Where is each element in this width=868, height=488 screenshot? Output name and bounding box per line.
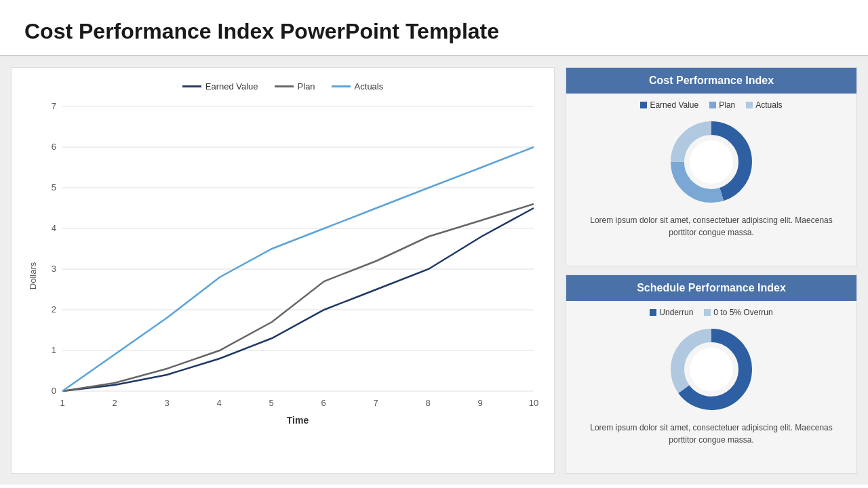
spi-panel-header: Schedule Performance Index bbox=[566, 275, 856, 301]
spi-legend-underrun: Underrun bbox=[650, 308, 693, 317]
legend-earned-value: Earned Value bbox=[182, 81, 258, 92]
spi-legend-overrun: 0 to 5% Overrun bbox=[704, 308, 772, 317]
spi-donut-chart bbox=[667, 325, 755, 413]
legend-label-plan: Plan bbox=[298, 81, 315, 92]
legend-label-actuals: Actuals bbox=[355, 81, 384, 92]
legend-actuals: Actuals bbox=[332, 81, 384, 92]
legend-label-earned: Earned Value bbox=[205, 81, 258, 92]
svg-text:2: 2 bbox=[112, 398, 117, 408]
cpi-legend-dot-earned bbox=[640, 102, 647, 108]
cpi-panel-body: Earned Value Plan Actuals bbox=[566, 94, 856, 247]
svg-text:4: 4 bbox=[216, 398, 221, 408]
legend-line-earned bbox=[182, 85, 201, 87]
legend-line-actuals bbox=[332, 85, 351, 87]
spi-legend-dot-underrun bbox=[650, 309, 656, 316]
svg-text:9: 9 bbox=[477, 398, 482, 408]
spi-legend-label-underrun: Underrun bbox=[659, 308, 693, 317]
cpi-description: Lorem ipsum dolor sit amet, consectetuer… bbox=[577, 214, 846, 239]
svg-text:6: 6 bbox=[321, 398, 326, 408]
svg-text:3: 3 bbox=[52, 264, 56, 274]
svg-text:0: 0 bbox=[52, 386, 56, 396]
cpi-legend-actuals: Actuals bbox=[746, 100, 782, 110]
spi-donut-legend: Underrun 0 to 5% Overrun bbox=[650, 308, 772, 317]
svg-text:10: 10 bbox=[529, 398, 538, 408]
chart-svg-container: Dollars 0 1 2 3 4 bbox=[25, 100, 540, 451]
legend-line-plan bbox=[275, 85, 294, 87]
svg-text:Time: Time bbox=[287, 415, 309, 426]
line-chart-panel: Earned Value Plan Actuals Dollars bbox=[11, 67, 555, 474]
svg-text:5: 5 bbox=[52, 182, 56, 192]
cpi-legend-earned: Earned Value bbox=[640, 100, 698, 110]
cpi-legend-plan: Plan bbox=[709, 100, 735, 110]
spi-legend-dot-overrun bbox=[704, 309, 711, 316]
svg-point-34 bbox=[690, 348, 733, 391]
chart-svg: Dollars 0 1 2 3 4 bbox=[25, 100, 540, 432]
page-header: Cost Performance Index PowerPoint Templa… bbox=[0, 0, 868, 55]
cpi-legend-dot-plan bbox=[709, 102, 716, 108]
svg-text:4: 4 bbox=[52, 223, 56, 233]
spi-legend-label-overrun: 0 to 5% Overrun bbox=[713, 308, 772, 317]
svg-text:5: 5 bbox=[269, 398, 273, 408]
svg-text:7: 7 bbox=[52, 101, 56, 111]
main-content: Earned Value Plan Actuals Dollars bbox=[0, 56, 868, 485]
spi-description: Lorem ipsum dolor sit amet, consectetuer… bbox=[577, 422, 846, 446]
spi-panel-body: Underrun 0 to 5% Overrun bbox=[566, 301, 856, 454]
svg-text:2: 2 bbox=[52, 304, 56, 314]
cpi-legend-label-actuals: Actuals bbox=[755, 100, 782, 110]
line-plan bbox=[62, 204, 534, 391]
svg-text:8: 8 bbox=[425, 398, 430, 408]
cpi-legend-label-plan: Plan bbox=[719, 100, 735, 110]
legend-plan: Plan bbox=[275, 81, 315, 92]
cpi-legend-dot-actuals bbox=[746, 102, 753, 108]
cpi-panel-header: Cost Performance Index bbox=[566, 68, 856, 94]
svg-text:6: 6 bbox=[52, 142, 56, 152]
cpi-donut-chart bbox=[667, 118, 755, 206]
line-earned-value bbox=[62, 208, 534, 391]
svg-text:3: 3 bbox=[164, 398, 169, 408]
svg-text:1: 1 bbox=[52, 345, 56, 355]
chart-legend: Earned Value Plan Actuals bbox=[25, 81, 540, 92]
cpi-donut-legend: Earned Value Plan Actuals bbox=[640, 100, 782, 110]
cpi-panel: Cost Performance Index Earned Value Plan… bbox=[566, 67, 857, 266]
page-title: Cost Performance Index PowerPoint Templa… bbox=[24, 19, 844, 44]
spi-panel: Schedule Performance Index Underrun 0 to… bbox=[566, 274, 857, 474]
cpi-legend-label-earned: Earned Value bbox=[650, 100, 698, 110]
svg-text:Dollars: Dollars bbox=[28, 262, 38, 289]
svg-point-31 bbox=[690, 140, 733, 184]
right-panels: Cost Performance Index Earned Value Plan… bbox=[566, 67, 857, 474]
svg-text:7: 7 bbox=[373, 398, 378, 408]
svg-text:1: 1 bbox=[60, 398, 64, 408]
